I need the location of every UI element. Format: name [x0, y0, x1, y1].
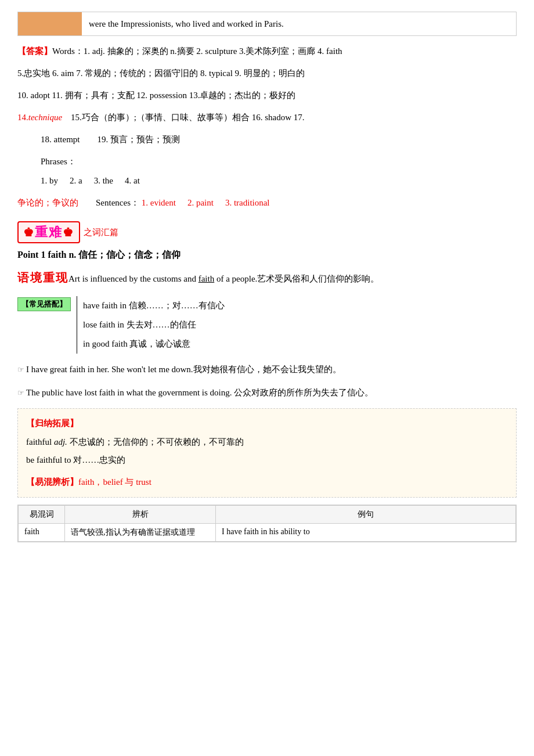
context-sentence-zh: 艺术受风俗和人们信仰的影响。 [257, 274, 379, 283]
confuse-table-inner: 易混词 辨析 例句 faith 语气较强,指认为有确凿证据或道理 I have … [18, 505, 516, 542]
section-header: ♚ 重难 ♚ 之词汇篇 [17, 221, 517, 243]
confuse-tag: 【易混辨析】 [26, 477, 78, 487]
table-header-analysis: 辨析 [65, 506, 216, 524]
answer-line2: 5.忠实地 6. aim 7. 常规的；传统的；因循守旧的 8. typical… [17, 64, 517, 83]
answer-technique: technique [28, 113, 62, 122]
sentence-2: 2. paint [187, 193, 214, 213]
answer-line1: 【答案】Words：1. adj. 抽象的；深奥的 n.摘要 2. sculpt… [17, 42, 517, 61]
point1-title-text: Point 1 faith n. 信任；信心；信念；信仰 [17, 250, 181, 260]
answer-num14: 14. [17, 113, 28, 122]
answer-words-line1: Words：1. adj. 抽象的；深奥的 n.摘要 2. sculpture … [52, 46, 342, 56]
example-block-1: ☞I have great faith in her. She won't le… [17, 361, 517, 378]
answer-label: 【答案】 [17, 46, 52, 56]
expand-tag: 【归纳拓展】 [26, 419, 78, 428]
confuse-line: 【易混辨析】faith，belief 与 trust [26, 473, 508, 492]
collocation-item-3: in good faith 真诚，诚心诚意 [83, 334, 225, 354]
arrow-2: ☞ [17, 388, 24, 397]
answer-line5: 18. attempt 19. 预言；预告；预测 [17, 130, 517, 149]
context-block: 语境重现Art is influenced by the customs and… [17, 266, 517, 289]
collocation-item-2: lose faith in 失去对……的信任 [83, 315, 225, 334]
answer-words-line3: 10. adopt 11. 拥有；具有；支配 12. possession 13… [17, 91, 295, 100]
expand-line2: be faithful to 对……忠实的 [26, 451, 508, 470]
collocation-tag: 【常见搭配】 [17, 297, 71, 311]
answer-line4-rest: 15.巧合（的事）;（事情、口味、故事等）相合 16. shadow 17. [71, 113, 305, 122]
context-sentence-en: Art is influenced by the customs and fai… [68, 274, 257, 283]
table-header-row: 易混词 辨析 例句 [19, 506, 516, 524]
expand-tag-line: 【归纳拓展】 [26, 415, 508, 433]
section-subtitle: 之词汇篇 [84, 227, 118, 238]
table-cell-analysis: 语气较强,指认为有确凿证据或道理 [65, 524, 216, 542]
faith-word: faith [199, 274, 215, 283]
phrase-1: 1. by [41, 171, 58, 190]
phrase-3: 3. the [94, 171, 113, 190]
section-title-img: ♚ 重难 ♚ [17, 221, 80, 243]
confuse-words: faith，belief 与 trust [78, 477, 151, 487]
table-header-word: 易混词 [19, 506, 65, 524]
collocation-items: have faith in 信赖……；对……有信心 lose faith in … [77, 296, 225, 354]
top-text: were the Impressionists, who lived and w… [82, 12, 516, 35]
expand-be-faithful: be faithful to 对……忠实的 [26, 455, 125, 465]
answer-extra: 争论的；争议的 Sentences： 1. evident 2. paint 3… [17, 193, 517, 213]
phrase-2: 2. a [70, 171, 82, 190]
collocation-box: 【常见搭配】 have faith in 信赖……；对……有信心 lose fa… [17, 296, 517, 354]
sentences-label: Sentences： [96, 198, 139, 207]
answer-extra-text: 争论的；争议的 [17, 198, 78, 207]
table-cell-word: faith [19, 524, 65, 542]
table-header-example: 例句 [216, 506, 516, 524]
answer-19: 19. 预言；预告；预测 [98, 135, 181, 144]
sentences-list: 1. evident 2. paint 3. traditional [142, 193, 270, 213]
answer-line3: 10. adopt 11. 拥有；具有；支配 12. possession 13… [17, 86, 517, 105]
expand-faithful: faithful adj. 不忠诚的；无信仰的；不可依赖的，不可靠的 [26, 437, 244, 447]
orange-block [18, 12, 82, 35]
arrow-1: ☞ [17, 365, 24, 374]
example-zh-2: 公众对政府的所作所为失去了信心。 [234, 388, 373, 397]
answer-section: 【答案】Words：1. adj. 抽象的；深奥的 n.摘要 2. sculpt… [17, 42, 517, 213]
example-block-2: ☞The public have lost faith in what the … [17, 384, 517, 401]
phrases-list: 1. by 2. a 3. the 4. at [41, 171, 517, 190]
point1-title: Point 1 faith n. 信任；信心；信念；信仰 [17, 249, 517, 261]
phrase-4: 4. at [125, 171, 140, 190]
phrases-label: Phrases： [41, 157, 76, 166]
answer-18: 18. attempt [41, 135, 80, 144]
expand-box: 【归纳拓展】 faithful adj. 不忠诚的；无信仰的；不可依赖的，不可靠… [17, 408, 517, 498]
answer-line4: 14.technique 15.巧合（的事）;（事情、口味、故事等）相合 16.… [17, 108, 517, 127]
sentence-1: 1. evident [142, 193, 176, 213]
table-row: faith 语气较强,指认为有确凿证据或道理 I have faith in h… [19, 524, 516, 542]
answer-words-line2: 5.忠实地 6. aim 7. 常规的；传统的；因循守旧的 8. typical… [17, 69, 305, 78]
collocation-item-1: have faith in 信赖……；对……有信心 [83, 296, 225, 315]
example-zh-1: 我对她很有信心，她不会让我失望的。 [193, 365, 341, 374]
answer-phrases-row: Phrases： 1. by 2. a 3. the 4. at [17, 152, 517, 190]
context-revival-label: 语境重现 [17, 271, 68, 284]
sentence-3: 3. traditional [225, 193, 270, 213]
top-section: were the Impressionists, who lived and w… [17, 12, 517, 36]
table-cell-example: I have faith in his ability to [216, 524, 516, 542]
expand-line1: faithful adj. 不忠诚的；无信仰的；不可依赖的，不可靠的 [26, 433, 508, 452]
confuse-table: 易混词 辨析 例句 faith 语气较强,指认为有确凿证据或道理 I have … [17, 505, 517, 542]
